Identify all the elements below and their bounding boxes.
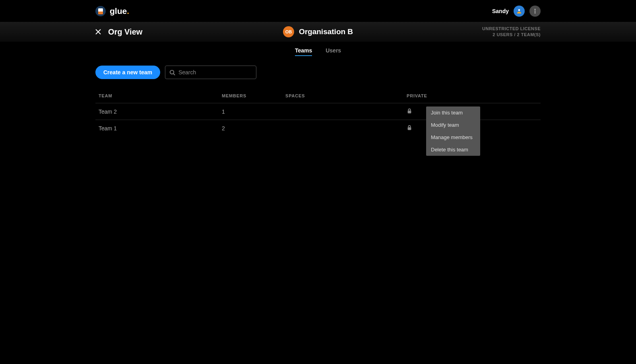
org-name: Organisation B (299, 27, 353, 36)
tab-teams[interactable]: Teams (295, 47, 312, 56)
svg-point-5 (535, 10, 536, 12)
row-context-menu: Join this team Modify team Manage member… (426, 106, 480, 156)
top-more-button[interactable] (529, 6, 541, 17)
cell-team: Team 1 (99, 125, 222, 132)
tab-users[interactable]: Users (326, 47, 341, 56)
org-badge: OB (283, 26, 294, 37)
menu-manage-members[interactable]: Manage members (426, 131, 480, 143)
menu-join-team[interactable]: Join this team (426, 106, 480, 119)
brand-name: glue. (110, 6, 129, 16)
search-input[interactable] (178, 69, 252, 76)
cell-members: 1 (222, 108, 285, 115)
brand-logo[interactable]: glue. (95, 6, 129, 16)
page-title: Org View (108, 27, 142, 37)
svg-rect-2 (98, 12, 103, 14)
search-icon (169, 70, 175, 76)
username-label: Sandy (492, 8, 509, 14)
svg-point-4 (535, 9, 536, 10)
svg-line-8 (173, 74, 175, 75)
svg-rect-1 (98, 8, 103, 12)
cell-team: Team 2 (99, 108, 222, 115)
menu-modify-team[interactable]: Modify team (426, 119, 480, 131)
col-private: PRIVATE (407, 93, 472, 98)
cell-members: 2 (222, 125, 285, 132)
close-icon[interactable] (95, 29, 101, 35)
svg-rect-9 (408, 110, 411, 113)
svg-point-6 (535, 12, 536, 13)
glue-logo-icon (95, 6, 106, 16)
col-spaces: SPACES (285, 93, 407, 98)
lock-icon (407, 108, 412, 114)
col-members: MEMBERS (222, 93, 285, 98)
svg-rect-13 (408, 127, 411, 130)
svg-point-3 (518, 9, 520, 11)
license-info: UNRESTRICTED LICENSE 2 USERS / 2 TEAM(S) (482, 26, 541, 38)
search-field[interactable] (165, 66, 256, 79)
create-team-button[interactable]: Create a new team (95, 66, 160, 79)
user-avatar[interactable] (514, 6, 525, 17)
svg-point-7 (170, 70, 174, 74)
col-team: TEAM (99, 93, 222, 98)
lock-icon (407, 125, 412, 130)
menu-delete-team[interactable]: Delete this team (426, 143, 480, 156)
